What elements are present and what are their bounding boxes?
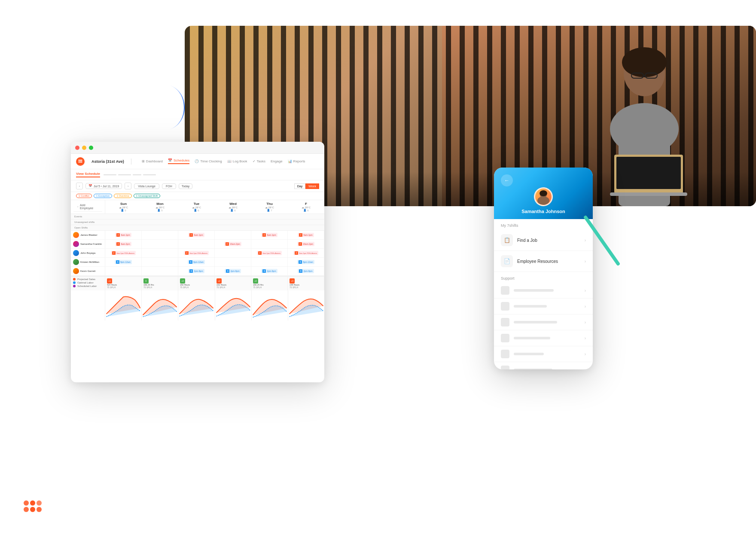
- support-item-2[interactable]: ›: [494, 314, 593, 330]
- day-mon-header: Mon ☁ 28°C 👤 5: [142, 200, 178, 213]
- support-icon-1: [501, 302, 509, 311]
- shift-cell[interactable]: [142, 258, 178, 266]
- add-employee-button[interactable]: + Add Employee: [73, 202, 102, 212]
- find-job-arrow: ›: [585, 238, 586, 243]
- employee-resources-menu-item[interactable]: 📄 Employee Resources ›: [494, 251, 593, 272]
- area-selector[interactable]: FOH: [162, 183, 176, 189]
- chart-col-2: [178, 290, 215, 320]
- window-maximize-dot[interactable]: [89, 146, 93, 150]
- date-range-badge[interactable]: 📅 Jul 5 › Jul 11, 2019: [85, 183, 122, 189]
- support-item-3[interactable]: ›: [494, 330, 593, 346]
- shift-cell[interactable]: [178, 240, 215, 248]
- support-item-4[interactable]: ›: [494, 346, 593, 362]
- day-wed-header: Wed ☁ 28°C 👤 6: [215, 200, 251, 213]
- shift-cell[interactable]: B8pm-12am: [105, 258, 142, 266]
- nav-reports[interactable]: 📊 Reports: [288, 159, 305, 164]
- exception-tag[interactable]: 1 Exception: [94, 194, 112, 198]
- shift-cell[interactable]: [251, 258, 288, 266]
- employee-kristen-cell: Kristen McMillan: [71, 258, 105, 266]
- shift-cell[interactable]: [215, 249, 251, 257]
- day-fri-header: F ☁ 28°C 👤 6: [288, 200, 324, 213]
- nav-log-book[interactable]: 📖 Log Book: [227, 159, 247, 164]
- shift-cell[interactable]: B2pm-9pm: [288, 267, 324, 275]
- shift-cell[interactable]: F10am-2pm: [215, 240, 251, 248]
- shift-cell[interactable]: [215, 258, 251, 266]
- shift-cell[interactable]: F6am-1pm FOH+Astoria: [178, 249, 215, 257]
- stats-cell-4: +0 166.25 Hrs 75 SPLH: [251, 277, 288, 290]
- window-close-dot[interactable]: [75, 146, 79, 150]
- support-item-5[interactable]: ›: [494, 362, 593, 369]
- window-minimize-dot[interactable]: [82, 146, 86, 150]
- mobile-back-button[interactable]: ←: [501, 174, 513, 186]
- shift-cell[interactable]: B8pm-12am: [288, 258, 324, 266]
- shift-cell[interactable]: [142, 240, 178, 248]
- unassigned-shift-tag[interactable]: 1 Unassigned Shift: [134, 194, 160, 198]
- logo-dot-5: [30, 507, 35, 512]
- location-selector[interactable]: Vista Lounge: [134, 183, 159, 189]
- nav-engage[interactable]: Engage: [271, 159, 283, 164]
- events-section: Events: [71, 214, 324, 220]
- shift-cell[interactable]: F6am-1pm FOH+Astoria: [105, 249, 142, 257]
- shift-cell[interactable]: B2pm-9pm: [251, 267, 288, 275]
- prev-week-button[interactable]: ‹: [76, 183, 83, 189]
- support-icon-5: [501, 366, 509, 369]
- shift-cell[interactable]: [142, 267, 178, 275]
- today-button[interactable]: Today: [179, 183, 193, 189]
- kristen-shifts: B8pm-12am B8pm-12am B8pm-12am: [105, 258, 324, 266]
- open-shifts-section: Open Shifts: [71, 225, 324, 231]
- filter-tags: 1 Conflict 1 Exception 1 Overtime 1 Unas…: [71, 192, 324, 200]
- shift-cell[interactable]: [105, 267, 142, 275]
- shift-cell[interactable]: F6am-1pm: [178, 231, 215, 239]
- day-sun-header: Sun ☁ 28°C 👤 5: [105, 200, 142, 213]
- logo-dot-4: [24, 507, 29, 512]
- logo-dot-2: [30, 500, 35, 506]
- day-view-button[interactable]: Day: [294, 183, 305, 189]
- next-week-button[interactable]: ›: [125, 183, 131, 189]
- shift-cell[interactable]: F6am-1pm FOH+Astoria: [251, 249, 288, 257]
- svg-point-11: [80, 159, 81, 161]
- shift-cell[interactable]: F10am-2pm: [288, 240, 324, 248]
- view-toggle: Day Week: [294, 183, 319, 189]
- stats-cell-3: +2 152 Hours 75 SPLH: [215, 277, 251, 290]
- shift-cell[interactable]: B8pm-12am: [178, 258, 215, 266]
- employee-resources-icon: 📄: [501, 255, 513, 267]
- support-item-1[interactable]: ›: [494, 299, 593, 314]
- nav-tasks[interactable]: ✓ Tasks: [253, 159, 265, 164]
- support-item-0[interactable]: ›: [494, 283, 593, 299]
- shift-cell[interactable]: F6am-2pm: [105, 240, 142, 248]
- shift-cell[interactable]: [142, 249, 178, 257]
- svg-point-18: [540, 190, 547, 196]
- samantha-shifts: F6am-2pm F10am-2pm F10am-2pm: [105, 240, 324, 248]
- overtime-tag[interactable]: 1 Overtime: [114, 194, 131, 198]
- nav-items-list: ⊞ Dashboard 📅 Schedules 🕐 Time Clocking …: [142, 159, 305, 164]
- nav-dashboard[interactable]: ⊞ Dashboard: [142, 159, 163, 164]
- shift-cell[interactable]: F6am-1pm: [288, 231, 324, 239]
- shift-cell[interactable]: F6am-1pm: [105, 231, 142, 239]
- app-logo: [76, 157, 85, 166]
- shift-cell[interactable]: B2pm-9pm: [215, 267, 251, 275]
- view-schedule-tab[interactable]: View Schedule: [76, 172, 100, 177]
- shift-cell[interactable]: [215, 231, 251, 239]
- svg-rect-8: [616, 157, 681, 189]
- kevin-shifts: B2pm-9pm B2pm-9pm B2pm-9pm B2pm-9pm: [105, 267, 324, 275]
- svg-point-10: [79, 159, 80, 161]
- john-name: John Boyega: [80, 252, 95, 254]
- conflict-tag[interactable]: 1 Conflict: [76, 194, 92, 198]
- shift-cell[interactable]: F6am-1pm FOH+Astoria: [288, 249, 324, 257]
- kevin-name: Kevin Garrett: [80, 270, 95, 272]
- day-thu-header: Thu ☁ 28°C 👤 7: [251, 200, 288, 213]
- nav-schedules[interactable]: 📅 Schedules: [168, 159, 189, 164]
- shift-cell[interactable]: [142, 231, 178, 239]
- logo-dot-1: [24, 500, 29, 506]
- support-arrow-5: ›: [585, 368, 586, 370]
- find-job-icon: 📋: [501, 234, 513, 246]
- nav-time-clocking[interactable]: 🕐 Time Clocking: [195, 159, 222, 164]
- toolbar-decorations: [104, 174, 156, 175]
- shift-cell[interactable]: [251, 240, 288, 248]
- shift-cell[interactable]: B2pm-9pm: [178, 267, 215, 275]
- find-a-job-menu-item[interactable]: 📋 Find a Job ›: [494, 230, 593, 251]
- week-view-button[interactable]: Week: [305, 183, 319, 189]
- shift-cell[interactable]: F6am-1pm: [251, 231, 288, 239]
- james-avatar: [73, 232, 79, 238]
- svg-point-19: [537, 196, 549, 205]
